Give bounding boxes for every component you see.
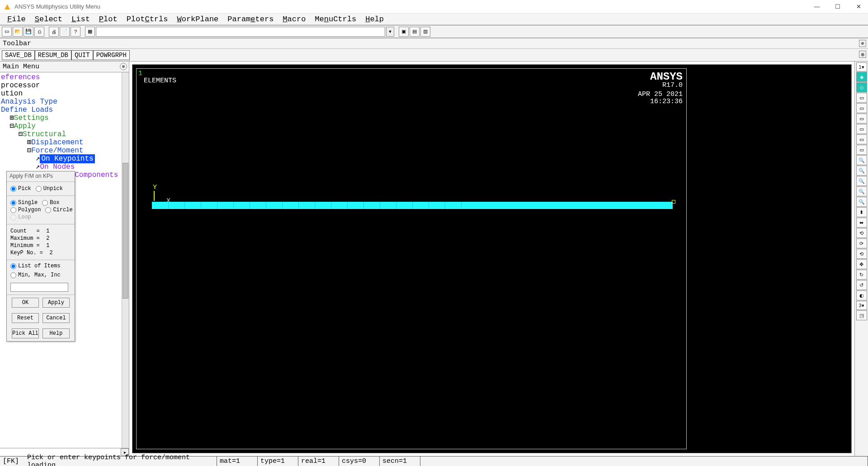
radio-single[interactable]: Single [10, 200, 38, 206]
pan-icon[interactable]: ▦ [85, 27, 95, 37]
tree-item[interactable]: ution [1, 90, 122, 98]
tree-item[interactable]: ↗On Nodes [1, 163, 122, 171]
window-number-spinner[interactable]: 1▾ [856, 62, 867, 71]
tree-item[interactable]: eferences [1, 73, 122, 81]
tree-item[interactable]: ⊞Displacement [1, 138, 122, 147]
saveas-icon[interactable]: ⎙ [34, 27, 44, 37]
bottom-view-icon[interactable]: ▭ [856, 124, 867, 134]
stat-kp: KeyP No. = 2 [10, 250, 71, 256]
help-button[interactable]: Help [42, 328, 70, 338]
ok-button[interactable]: OK [12, 298, 39, 308]
open-icon[interactable]: 📂 [13, 27, 23, 37]
zoom-fit-icon[interactable]: 🔍 [856, 155, 867, 165]
print-icon[interactable]: 🖨 [49, 27, 59, 37]
pickall-button[interactable]: Pick All [12, 328, 39, 338]
zoom-in-icon[interactable]: 🔍 [856, 186, 867, 196]
resum-db-button[interactable]: RESUM_DB [35, 50, 71, 60]
menu-menuctrls[interactable]: MenuCtrls [310, 14, 361, 24]
main-area: Main Menu ⊗ eferencesprocessorutionAnaly… [0, 62, 868, 456]
menu-help[interactable]: Help [361, 14, 388, 24]
tree-item[interactable]: ⊟Force/Moment [1, 147, 122, 155]
radio-list-items[interactable]: List of Items [10, 263, 71, 269]
pick-input[interactable] [10, 283, 68, 292]
new-icon[interactable]: ▭ [2, 27, 12, 37]
main-menu-header: Main Menu ⊗ [0, 62, 129, 72]
y-axis: Y [153, 184, 157, 191]
toolbar-label: Toolbar [3, 40, 31, 48]
rotate-z-icon[interactable]: ⟲ [856, 249, 867, 259]
main-menu-scrollbar[interactable] [122, 72, 129, 448]
close-button[interactable]: ✕ [853, 3, 864, 10]
toolbar-expand2-icon[interactable]: ⊕ [859, 51, 866, 58]
toolbar-expand-icon[interactable]: ⊕ [859, 40, 866, 47]
pick-dialog: Apply F/M on KPs Pick Unpick Single Box … [6, 171, 75, 342]
right-view-icon[interactable]: ▭ [856, 134, 867, 144]
menu-file[interactable]: File [3, 14, 30, 24]
front-view-icon[interactable]: ▭ [856, 93, 867, 103]
reset-icon[interactable]: ▥ [420, 27, 430, 37]
command-input[interactable] [96, 27, 385, 37]
report-icon[interactable]: 📄 [60, 27, 70, 37]
rotate-y-icon[interactable]: ⟳ [856, 238, 867, 248]
menu-select[interactable]: Select [30, 14, 67, 24]
rotate-pos-icon[interactable]: ↻ [856, 270, 867, 280]
tree-item[interactable]: ⊟Apply [1, 122, 122, 130]
rate-icon[interactable]: ◐ [856, 290, 867, 300]
quit-button[interactable]: QUIT [71, 50, 93, 60]
dynamic-rotate-icon[interactable]: ✥ [856, 259, 867, 269]
menu-plotctrls[interactable]: PlotCtrls [122, 14, 173, 24]
powrgrph-button[interactable]: POWRGRPH [93, 50, 130, 60]
tree-item[interactable]: Analysis Type [1, 98, 122, 106]
main-menu-collapse-icon[interactable]: ⊗ [120, 63, 127, 70]
radio-circle[interactable]: Circle [45, 207, 72, 213]
save-icon[interactable]: 💾 [24, 27, 33, 37]
menu-workplane[interactable]: WorkPlane [172, 14, 223, 24]
radio-polygon[interactable]: Polygon [10, 207, 41, 213]
iconify-icon[interactable]: ▤ [410, 27, 420, 37]
rotate-x-icon[interactable]: ⟲ [856, 228, 867, 238]
tree-item[interactable]: Define Loads [1, 106, 122, 114]
rotate-neg-icon[interactable]: ↺ [856, 280, 867, 290]
radio-unpick[interactable]: Unpick [36, 185, 63, 192]
menu-plot[interactable]: Plot [94, 14, 122, 24]
back-view-icon[interactable]: ▭ [856, 103, 867, 113]
maximize-button[interactable]: ☐ [832, 3, 844, 10]
pan-leftright-icon[interactable]: ⬌ [856, 218, 867, 228]
release-label: R17.0 [662, 81, 683, 89]
radio-box[interactable]: Box [42, 200, 60, 206]
zoom-win-icon[interactable]: 🔍 [856, 166, 867, 176]
minimize-button[interactable]: — [811, 3, 823, 10]
dynamic-mode-icon[interactable]: ◳ [856, 310, 867, 320]
save-db-button[interactable]: SAVE_DB [2, 50, 35, 60]
radio-min-max-inc[interactable]: Min, Max, Inc [10, 272, 71, 278]
iso-view-icon[interactable]: ◈ [856, 72, 867, 82]
graphics-viewport[interactable]: 1 ELEMENTS ANSYS R17.0 APR 25 2021 16:23… [132, 64, 852, 453]
menu-parameters[interactable]: Parameters [223, 14, 278, 24]
apply-button[interactable]: Apply [42, 298, 70, 308]
tree-item[interactable]: ⊟Structural [1, 130, 122, 138]
command-dropdown-icon[interactable]: ▼ [386, 27, 394, 37]
zoom-back-icon[interactable]: 🔍 [856, 176, 867, 186]
radio-pick[interactable]: Pick [10, 185, 31, 192]
menu-list[interactable]: List [67, 14, 94, 24]
left-view-icon[interactable]: ▭ [856, 145, 867, 155]
help-icon[interactable]: ? [71, 27, 80, 37]
menu-macro[interactable]: Macro [278, 14, 310, 24]
cancel-button[interactable]: Cancel [42, 313, 70, 323]
app-logo-icon [4, 3, 11, 10]
stat-max: Maximum = 2 [10, 235, 71, 242]
rate-spinner[interactable]: 3▾ [856, 301, 867, 310]
stat-count: Count = 1 [10, 228, 71, 234]
top-view-icon[interactable]: ▭ [856, 114, 867, 124]
tree-item[interactable]: ↗On Keypoints [1, 155, 122, 163]
reset-button[interactable]: Reset [12, 313, 39, 323]
menubar: File Select List Plot PlotCtrls WorkPlan… [0, 14, 868, 25]
tree-item[interactable]: processor [1, 81, 122, 90]
zoom-out-icon[interactable]: 🔍 [856, 197, 867, 207]
radio-loop: Loop [10, 214, 31, 220]
raise-icon[interactable]: ▣ [399, 27, 409, 37]
tree-item[interactable]: ⊞Settings [1, 114, 122, 122]
oblique-view-icon[interactable]: ◇ [856, 82, 867, 92]
pan-updown-icon[interactable]: ⬍ [856, 207, 867, 217]
stat-min: Minimum = 1 [10, 243, 71, 249]
